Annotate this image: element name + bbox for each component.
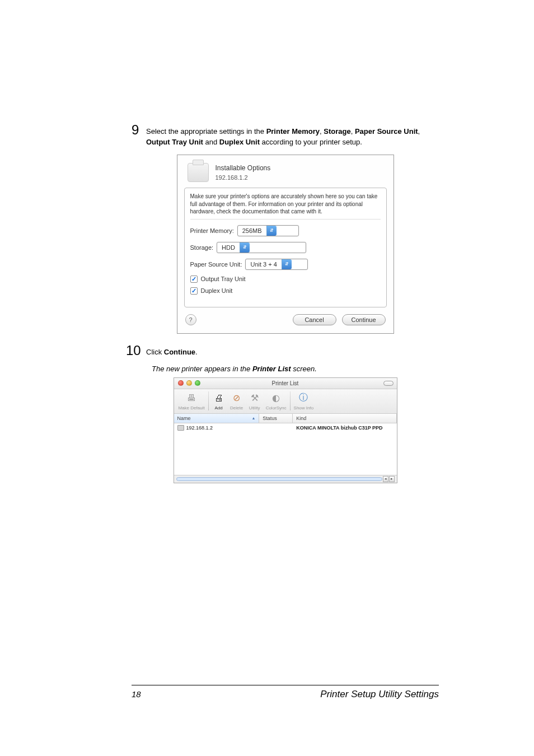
utility-button[interactable]: ⚒ Utility <box>246 392 264 410</box>
column-name[interactable]: Name▲ <box>174 414 260 423</box>
paper-source-label: Paper Source Unit: <box>190 261 242 268</box>
check-icon: ✓ <box>191 276 196 283</box>
continue-button[interactable]: Continue <box>342 314 386 325</box>
dialog-footer: ? Cancel Continue <box>177 307 394 333</box>
dialog-subtitle: 192.168.1.2 <box>216 173 271 183</box>
printer-icon <box>177 425 184 431</box>
chevron-updown-icon: ⇵ <box>240 242 250 253</box>
paper-source-row: Paper Source Unit: Unit 3 + 4 ⇵ <box>190 259 381 270</box>
duplex-label: Duplex Unit <box>201 287 233 294</box>
footer-divider <box>132 685 439 685</box>
storage-label: Storage: <box>190 244 214 251</box>
help-button[interactable]: ? <box>185 314 196 325</box>
printer-icon <box>188 163 209 182</box>
dialog-header: Installable Options 192.168.1.2 <box>177 155 394 188</box>
storage-row: Storage: HDD ⇵ <box>190 242 381 253</box>
delete-button[interactable]: ⊘ Delete <box>228 392 246 410</box>
sort-indicator-icon: ▲ <box>251 416 255 420</box>
duplex-checkbox[interactable]: ✓ <box>190 287 198 295</box>
table-row[interactable]: 192.168.1.2 KONICA MINOLTA bizhub C31P P… <box>174 423 397 432</box>
page-number: 18 <box>132 689 141 699</box>
delete-icon: ⊘ <box>230 392 243 404</box>
step-10: 10 Click Continue. <box>126 344 439 358</box>
duplex-checkbox-row: ✓ Duplex Unit <box>190 287 381 295</box>
toolbar-toggle[interactable] <box>383 381 394 386</box>
output-tray-checkbox-row: ✓ Output Tray Unit <box>190 276 381 283</box>
info-icon: ⓘ <box>297 392 310 404</box>
printer-memory-label: Printer Memory: <box>190 227 234 234</box>
make-default-button[interactable]: 🖶 Make Default <box>176 392 207 410</box>
footer-title: Printer Setup Utility Settings <box>320 689 439 700</box>
window-titlebar: Printer List <box>174 378 397 389</box>
window-footer: ◂ ▸ <box>174 475 397 483</box>
show-info-button[interactable]: ⓘ Show Info <box>292 392 316 410</box>
table-body: 192.168.1.2 KONICA MINOLTA bizhub C31P P… <box>174 423 397 475</box>
scroll-left-button[interactable]: ◂ <box>383 476 388 482</box>
storage-select[interactable]: HDD ⇵ <box>217 242 306 253</box>
result-text: The new printer appears in the Printer L… <box>152 365 439 373</box>
dialog-title: Installable Options <box>216 163 271 173</box>
step-number-10: 10 <box>126 344 146 357</box>
chevron-updown-icon: ⇵ <box>282 259 292 269</box>
paper-source-select[interactable]: Unit 3 + 4 ⇵ <box>245 259 308 270</box>
add-printer-icon: 🖨 <box>212 392 226 404</box>
printer-memory-select[interactable]: 256MB ⇵ <box>237 225 299 236</box>
scroll-right-button[interactable]: ▸ <box>389 476 395 482</box>
output-tray-label: Output Tray Unit <box>201 276 246 282</box>
colorsync-button[interactable]: ◐ ColorSync <box>264 392 289 410</box>
step-number-9: 9 <box>132 123 146 137</box>
toolbar: 🖶 Make Default 🖨 Add ⊘ Delete ⚒ Utility … <box>174 389 397 414</box>
dialog-message: Make sure your printer's options are acc… <box>190 193 381 220</box>
colorsync-icon: ◐ <box>269 392 283 404</box>
add-button[interactable]: 🖨 Add <box>210 392 228 410</box>
step-9: 9 Select the appropriate settings in the… <box>132 123 439 148</box>
horizontal-scrollbar[interactable] <box>176 477 382 481</box>
page-footer: 18 Printer Setup Utility Settings <box>132 685 439 700</box>
output-tray-checkbox[interactable]: ✓ <box>190 276 198 283</box>
check-icon: ✓ <box>191 287 196 295</box>
window-title: Printer List <box>174 380 397 386</box>
dialog-body: Make sure your printer's options are acc… <box>184 188 387 307</box>
printer-list-window: Printer List 🖶 Make Default 🖨 Add ⊘ Dele… <box>174 377 397 483</box>
chevron-updown-icon: ⇵ <box>266 226 277 236</box>
cancel-button[interactable]: Cancel <box>293 314 336 325</box>
printer-icon: 🖶 <box>185 392 198 404</box>
step-9-text: Select the appropriate settings in the P… <box>146 123 439 148</box>
table-header: Name▲ Status Kind <box>174 414 397 423</box>
printer-memory-row: Printer Memory: 256MB ⇵ <box>190 225 381 236</box>
column-kind[interactable]: Kind <box>293 414 396 423</box>
installable-options-dialog: Installable Options 192.168.1.2 Make sur… <box>177 155 394 334</box>
step-10-text: Click Continue. <box>146 344 198 358</box>
column-status[interactable]: Status <box>259 414 293 423</box>
utility-icon: ⚒ <box>248 392 261 404</box>
